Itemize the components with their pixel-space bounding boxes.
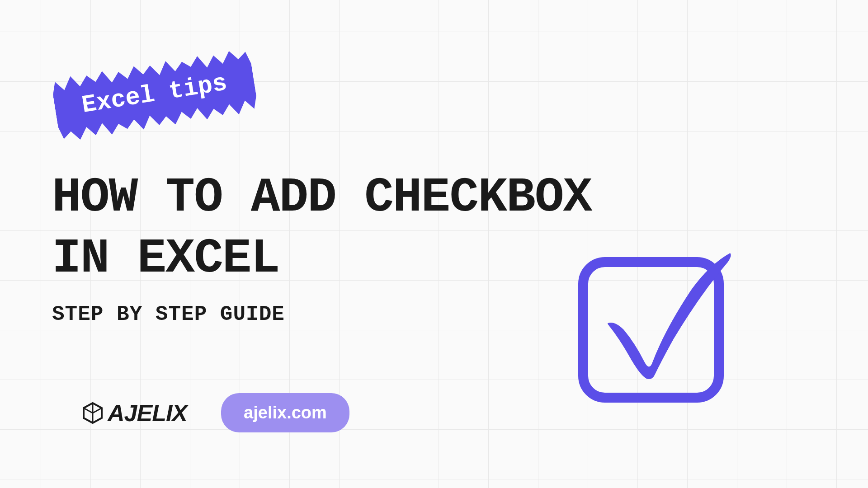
checkbox-icon (574, 249, 741, 413)
logo-text: AJELIX (108, 399, 187, 427)
main-title: HOW TO ADD CHECKBOX IN EXCEL (52, 167, 591, 289)
website-url: ajelix.com (221, 393, 349, 432)
logo-icon (81, 402, 104, 424)
subtitle: STEP BY STEP GUIDE (52, 303, 285, 326)
footer-section: AJELIX ajelix.com (81, 393, 349, 432)
brand-logo: AJELIX (81, 399, 187, 427)
